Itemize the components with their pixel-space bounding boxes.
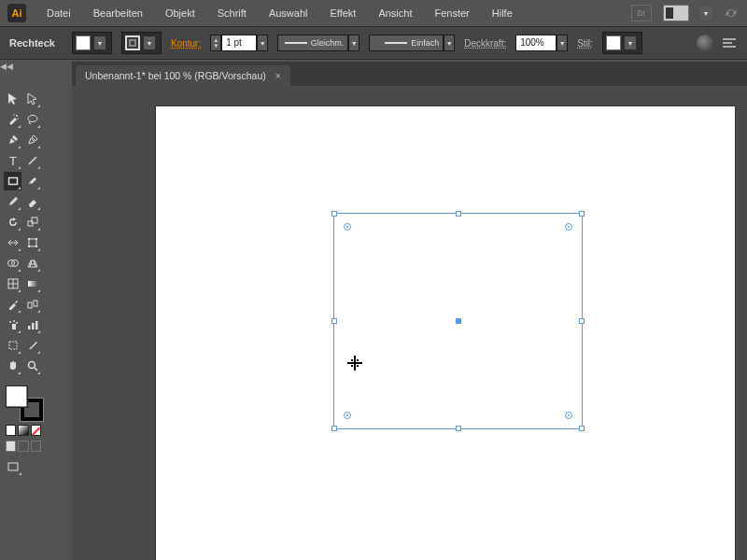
fill-swatch[interactable] bbox=[76, 35, 91, 50]
free-transform-tool[interactable] bbox=[23, 233, 41, 252]
fill-stroke-colorbox[interactable] bbox=[6, 385, 43, 421]
handle-e[interactable] bbox=[579, 318, 585, 324]
screen-mode[interactable] bbox=[4, 457, 22, 476]
stroke-weight-label[interactable]: Kontur: bbox=[171, 38, 201, 49]
stroke-swatch-group[interactable]: ▼ bbox=[121, 32, 162, 54]
type-tool[interactable]: T bbox=[4, 151, 21, 170]
opacity-label[interactable]: Deckkraft: bbox=[464, 38, 506, 49]
mesh-tool[interactable] bbox=[4, 274, 21, 293]
style-label[interactable]: Stil: bbox=[577, 38, 593, 49]
draw-normal[interactable] bbox=[6, 441, 16, 452]
menu-auswahl[interactable]: Auswahl bbox=[260, 4, 317, 22]
menu-objekt[interactable]: Objekt bbox=[156, 4, 204, 22]
rotate-tool[interactable] bbox=[4, 213, 21, 231]
perspective-grid-tool[interactable] bbox=[23, 254, 41, 273]
menu-datei[interactable]: Datei bbox=[37, 4, 80, 22]
svg-point-4 bbox=[13, 114, 14, 115]
artboard-tool[interactable] bbox=[4, 336, 21, 355]
corner-radius-nw[interactable] bbox=[344, 223, 351, 231]
handle-se[interactable] bbox=[579, 426, 585, 431]
artboard[interactable] bbox=[156, 106, 735, 560]
draw-inside[interactable] bbox=[31, 441, 41, 452]
slice-tool[interactable] bbox=[23, 336, 41, 355]
style-swatch[interactable] bbox=[606, 35, 621, 50]
document-tab[interactable]: Unbenannt-1* bei 100 % (RGB/Vorschau) × bbox=[76, 65, 290, 86]
stroke-weight-field[interactable]: 1 pt bbox=[221, 35, 257, 51]
menu-hilfe[interactable]: Hilfe bbox=[483, 4, 522, 22]
handle-ne[interactable] bbox=[579, 211, 585, 217]
stroke-profile-field[interactable]: Gleichm. bbox=[277, 35, 348, 51]
color-mode-gradient[interactable] bbox=[18, 425, 28, 436]
stroke-weight-dropdown[interactable]: ▼ bbox=[257, 35, 268, 51]
menu-fenster[interactable]: Fenster bbox=[425, 4, 478, 22]
stroke-swatch[interactable] bbox=[125, 35, 140, 50]
corner-radius-se[interactable] bbox=[565, 412, 572, 419]
pen-tool[interactable] bbox=[4, 131, 21, 149]
curvature-tool[interactable] bbox=[23, 131, 41, 149]
selected-rectangle[interactable] bbox=[333, 213, 583, 429]
svg-rect-16 bbox=[35, 245, 37, 247]
menu-effekt[interactable]: Effekt bbox=[320, 4, 365, 22]
width-tool[interactable] bbox=[4, 233, 21, 252]
pencil-tool[interactable] bbox=[4, 192, 21, 211]
rectangle-tool[interactable] bbox=[4, 172, 21, 190]
fill-swatch-group[interactable]: ▼ bbox=[72, 32, 112, 54]
svg-rect-2 bbox=[723, 46, 736, 48]
shape-builder-tool[interactable] bbox=[4, 254, 21, 273]
stroke-weight-stepper[interactable]: ▲▼ bbox=[210, 35, 221, 51]
handle-n[interactable] bbox=[456, 211, 461, 217]
close-icon[interactable]: × bbox=[275, 71, 281, 81]
line-tool[interactable] bbox=[23, 151, 41, 170]
svg-rect-33 bbox=[8, 463, 18, 470]
handle-nw[interactable] bbox=[331, 211, 337, 217]
menu-schrift[interactable]: Schrift bbox=[208, 4, 256, 22]
column-graph-tool[interactable] bbox=[23, 315, 41, 334]
scale-tool[interactable] bbox=[23, 213, 41, 231]
workspace-layout-dropdown[interactable]: ▼ bbox=[700, 7, 712, 20]
direct-selection-tool[interactable] bbox=[23, 90, 41, 108]
color-mode-solid[interactable] bbox=[6, 425, 16, 436]
recolor-button[interactable] bbox=[697, 35, 713, 51]
svg-line-8 bbox=[29, 157, 36, 164]
corner-radius-ne[interactable] bbox=[565, 223, 572, 231]
stroke-dropdown[interactable]: ▼ bbox=[144, 36, 155, 49]
brush-profile-field[interactable]: Einfach bbox=[369, 35, 444, 51]
handle-w[interactable] bbox=[331, 318, 337, 324]
lasso-tool[interactable] bbox=[23, 110, 41, 129]
fill-dropdown[interactable]: ▼ bbox=[94, 36, 106, 49]
fill-color-swatch[interactable] bbox=[6, 385, 28, 408]
sync-icon[interactable] bbox=[723, 5, 740, 21]
workspace-layout-button[interactable] bbox=[663, 5, 689, 21]
selection-tool[interactable] bbox=[4, 90, 21, 108]
paintbrush-tool[interactable] bbox=[23, 172, 41, 190]
svg-rect-12 bbox=[29, 239, 36, 246]
handle-sw[interactable] bbox=[331, 426, 337, 431]
color-mode-none[interactable] bbox=[31, 425, 41, 436]
eyedropper-tool[interactable] bbox=[4, 295, 21, 314]
draw-behind[interactable] bbox=[18, 441, 28, 452]
align-button[interactable] bbox=[721, 35, 738, 51]
style-dropdown[interactable]: ▼ bbox=[625, 36, 636, 49]
svg-rect-1 bbox=[723, 42, 732, 44]
brush-profile-dropdown[interactable]: ▼ bbox=[444, 35, 455, 51]
style-swatch-group[interactable]: ▼ bbox=[602, 32, 642, 54]
svg-rect-23 bbox=[12, 324, 16, 329]
gradient-tool[interactable] bbox=[23, 274, 41, 293]
eraser-tool[interactable] bbox=[23, 192, 41, 211]
panel-collapse-handle[interactable]: ◀◀ bbox=[0, 60, 13, 73]
menu-ansicht[interactable]: Ansicht bbox=[369, 4, 421, 22]
bridge-button[interactable]: Br bbox=[631, 5, 652, 21]
opacity-field[interactable]: 100% bbox=[515, 35, 557, 51]
symbol-sprayer-tool[interactable] bbox=[4, 315, 21, 334]
menu-bearbeiten[interactable]: Bearbeiten bbox=[84, 4, 152, 22]
corner-radius-sw[interactable] bbox=[344, 412, 351, 419]
handle-s[interactable] bbox=[456, 426, 461, 431]
magic-wand-tool[interactable] bbox=[4, 110, 21, 129]
blend-tool[interactable] bbox=[23, 295, 41, 314]
svg-rect-22 bbox=[34, 301, 37, 306]
hand-tool[interactable] bbox=[4, 357, 21, 375]
stroke-profile-dropdown[interactable]: ▼ bbox=[348, 35, 359, 51]
opacity-dropdown[interactable]: ▼ bbox=[557, 35, 568, 51]
zoom-tool[interactable] bbox=[23, 357, 41, 375]
canvas-area[interactable] bbox=[72, 86, 747, 560]
